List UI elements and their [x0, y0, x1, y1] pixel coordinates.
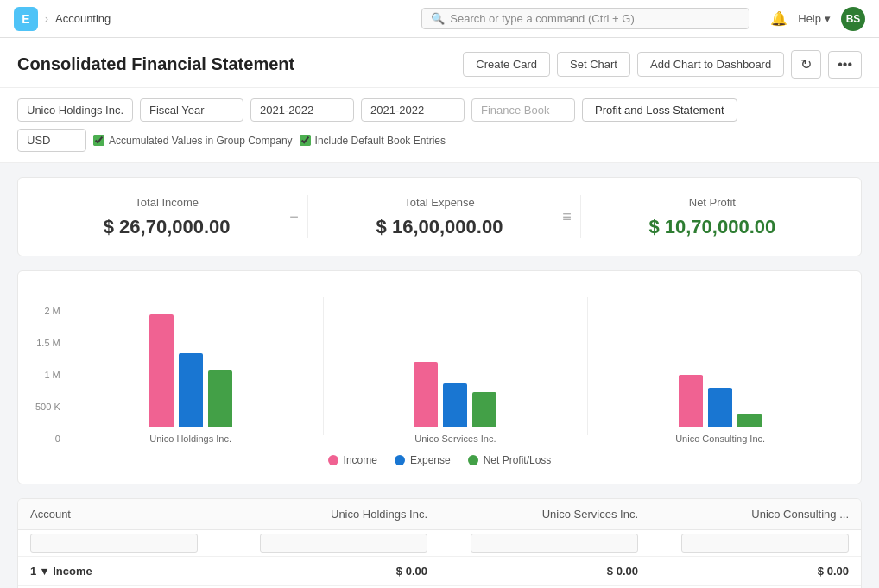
filters-row: Unico Holdings Inc. Fiscal Year 2021-202… [17, 98, 862, 122]
notifications-bell[interactable]: 🔔 [770, 10, 787, 27]
account-filter-input[interactable] [30, 534, 198, 553]
profit-dot [468, 455, 478, 465]
chart-bars-2 [414, 288, 496, 427]
col-account: Account [18, 499, 229, 530]
period-from-filter[interactable]: 2021-2022 [250, 98, 354, 122]
expense-bar-2[interactable] [443, 383, 467, 427]
total-expense-value: $ 16,00,000.00 [317, 216, 562, 238]
page-header: Consolidated Financial Statement Create … [0, 38, 879, 88]
filters-area: Unico Holdings Inc. Fiscal Year 2021-202… [0, 88, 879, 163]
total-expense-collapse-icon[interactable]: ≡ [562, 208, 572, 226]
default-book-entries-checkbox[interactable]: Include Default Book Entries [300, 135, 446, 147]
expense-bar-3[interactable] [708, 388, 732, 427]
row-1-col3: $ 0.00 [650, 557, 861, 586]
avatar[interactable]: BS [841, 7, 865, 31]
help-menu[interactable]: Help ▾ [798, 12, 831, 25]
report-type-button[interactable]: Profit and Loss Statement [582, 98, 737, 122]
chart-label-2: Unico Services Inc. [414, 433, 496, 444]
chart-groups: Unico Holdings Inc. Unico Services Inc. [67, 288, 844, 444]
income-bar-3[interactable] [679, 375, 703, 427]
chart-group-3: Unico Consulting Inc. [597, 288, 844, 444]
set-chart-button[interactable]: Set Chart [557, 52, 630, 77]
accumulated-values-checkbox[interactable]: Accumulated Values in Group Company [93, 135, 293, 147]
total-expense-card: Total Expense $ 16,00,000.00 [317, 196, 562, 238]
fiscal-year-filter[interactable]: Fiscal Year [140, 98, 243, 122]
holdings-filter-input[interactable] [260, 534, 427, 553]
row-num-1: 1 [30, 565, 36, 578]
total-income-card: Total Income $ 26,70,000.00 [44, 196, 289, 238]
search-icon: 🔍 [431, 12, 445, 25]
chart-section: 2 M 1.5 M 1 M 500 K 0 Unico Holdings Inc… [17, 270, 862, 484]
search-placeholder: Search or type a command (Ctrl + G) [450, 12, 635, 25]
navbar-right: 🔔 Help ▾ BS [770, 7, 865, 31]
row-1-col1: $ 0.00 [229, 557, 440, 586]
services-filter-input[interactable] [471, 534, 638, 553]
row-1-account: 1 ▾ Income [18, 557, 229, 586]
profit-bar-3[interactable] [737, 414, 762, 427]
legend-profit: Net Profit/Loss [468, 454, 552, 466]
breadcrumb-chevron: › [45, 13, 48, 25]
total-income-label: Total Income [44, 196, 289, 209]
chart-label-3: Unico Consulting Inc. [675, 433, 765, 444]
income-bar-2[interactable] [414, 362, 438, 427]
row-1-col2: $ 0.00 [440, 557, 650, 586]
income-label: Income [344, 454, 377, 466]
col-holdings: Unico Holdings Inc. [229, 499, 440, 530]
company-filter[interactable]: Unico Holdings Inc. [17, 98, 133, 122]
col-consulting: Unico Consulting ... [650, 499, 861, 530]
chart-label-1: Unico Holdings Inc. [149, 433, 231, 444]
summary-section: Total Income $ 26,70,000.00 − Total Expe… [17, 177, 862, 256]
expense-label: Expense [410, 454, 451, 466]
more-options-button[interactable]: ••• [828, 51, 862, 79]
chart-divider-1 [323, 297, 324, 435]
col-services: Unico Services Inc. [440, 499, 650, 530]
table-section: Account Unico Holdings Inc. Unico Servic… [17, 498, 862, 588]
chart-group-2: Unico Services Inc. [332, 288, 579, 444]
header-actions: Create Card Set Chart Add Chart to Dashb… [463, 50, 862, 79]
add-chart-button[interactable]: Add Chart to Dashboard [637, 52, 784, 77]
app-logo[interactable]: E [14, 7, 38, 31]
profit-bar-1[interactable] [208, 370, 232, 427]
net-profit-card: Net Profit $ 10,70,000.00 [590, 196, 835, 238]
chart-bars-3 [679, 288, 762, 427]
filters-row-2: USD Accumulated Values in Group Company … [17, 129, 862, 152]
total-income-collapse-icon[interactable]: − [289, 208, 299, 226]
net-profit-value: $ 10,70,000.00 [590, 216, 835, 238]
chart-bars-1 [149, 288, 232, 427]
navbar: E › Accounting 🔍 Search or type a comman… [0, 0, 879, 38]
chart-group-1: Unico Holdings Inc. [67, 288, 314, 444]
total-expense-label: Total Expense [317, 196, 562, 209]
net-profit-label: Net Profit [590, 196, 835, 209]
collapse-icon-1[interactable]: ▾ [41, 565, 47, 578]
summary-divider-2 [580, 195, 581, 238]
expense-dot [395, 455, 405, 465]
consulting-filter-input[interactable] [681, 534, 849, 553]
help-chevron-icon: ▾ [825, 12, 831, 25]
table-filter-row [18, 530, 861, 557]
chart-legend: Income Expense Net Profit/Loss [35, 454, 844, 466]
profit-bar-2[interactable] [472, 392, 496, 427]
page-title: Consolidated Financial Statement [17, 54, 294, 74]
currency-filter[interactable]: USD [17, 129, 86, 152]
period-to-filter[interactable]: 2021-2022 [361, 98, 465, 122]
income-dot [328, 455, 338, 465]
legend-income: Income [328, 454, 377, 466]
total-income-value: $ 26,70,000.00 [44, 216, 289, 238]
create-card-button[interactable]: Create Card [463, 52, 550, 77]
profit-label: Net Profit/Loss [484, 454, 552, 466]
finance-book-filter[interactable]: Finance Book [471, 98, 575, 122]
refresh-button[interactable]: ↻ [791, 50, 821, 79]
summary-divider-1 [307, 195, 308, 238]
table-header-row: Account Unico Holdings Inc. Unico Servic… [18, 499, 861, 530]
breadcrumb-app: Accounting [55, 12, 111, 25]
expense-bar-1[interactable] [179, 353, 203, 427]
chart-divider-2 [587, 297, 588, 435]
table-row: 1 ▾ Income $ 0.00 $ 0.00 $ 0.00 [18, 557, 861, 586]
legend-expense: Expense [395, 454, 451, 466]
chart-y-axis: 2 M 1.5 M 1 M 500 K 0 [35, 306, 60, 444]
search-bar[interactable]: 🔍 Search or type a command (Ctrl + G) [421, 8, 749, 29]
financial-table: Account Unico Holdings Inc. Unico Servic… [18, 499, 861, 588]
income-bar-1[interactable] [149, 314, 174, 427]
